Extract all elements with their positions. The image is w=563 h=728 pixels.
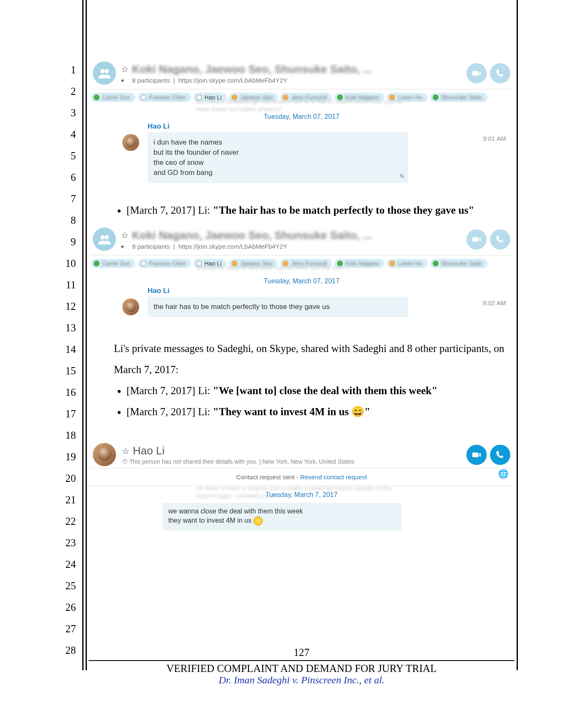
laugh-emoji-icon bbox=[253, 516, 263, 526]
audio-call-button[interactable] bbox=[490, 229, 510, 250]
join-link[interactable]: https://join.skype.com/LbAbMeFb4Y2Y bbox=[178, 243, 287, 250]
participant-pill[interactable]: Carrie Sun bbox=[91, 259, 135, 268]
message-line: they want to invest 4M in us bbox=[168, 516, 396, 526]
message-line: the hair has to be match perfectly to th… bbox=[154, 303, 402, 311]
svg-point-2 bbox=[100, 235, 105, 239]
message-line: and GD from bang bbox=[154, 169, 402, 177]
video-call-button[interactable] bbox=[466, 445, 487, 465]
sender-avatar[interactable] bbox=[122, 298, 139, 315]
chat-title: Koki Nagano, Jaewoo Seo, Shunsuke Saito,… bbox=[132, 229, 372, 242]
audio-call-button[interactable] bbox=[490, 63, 510, 83]
body-text-bullet-1: [March 7, 2017] Li: "The hair has to be … bbox=[89, 196, 515, 225]
favorite-star-icon[interactable]: ☆ bbox=[121, 64, 129, 74]
message-bubble: i dun have the names but its the founder… bbox=[148, 132, 408, 183]
message-time: 9:01 AM bbox=[483, 132, 510, 142]
message-line: i dun have the names bbox=[154, 138, 402, 147]
footer-case-name: Dr. Iman Sadeghi v. Pinscreen Inc., et a… bbox=[89, 674, 515, 686]
date-separator: Tuesday, March 7, 2017 bbox=[89, 486, 515, 501]
line-numbers: 1234 5678 9101112 13141516 17181920 2122… bbox=[63, 59, 76, 661]
contact-request-line: Contact request sent - Resend contact re… bbox=[89, 468, 515, 486]
message-sender: Hao Li bbox=[148, 122, 515, 131]
edited-icon: ✎ bbox=[399, 172, 404, 180]
globe-icon: 🌐 bbox=[498, 469, 509, 479]
svg-point-3 bbox=[105, 235, 109, 239]
participant-pill[interactable]: Carrie Sun bbox=[91, 93, 135, 102]
margin-rule-right bbox=[517, 0, 518, 670]
group-avatar-icon bbox=[93, 62, 116, 85]
footer-title: VERIFIED COMPLAINT AND DEMAND FOR JURY T… bbox=[89, 663, 515, 674]
contact-name: Hao Li bbox=[133, 444, 164, 457]
faded-message: Should be easy to find their names then.… bbox=[196, 264, 407, 271]
participants-count: 8 participants bbox=[132, 77, 170, 84]
participant-pill[interactable]: Frances Chen bbox=[138, 259, 191, 268]
message-line: but its the founder of naver bbox=[154, 148, 402, 157]
participant-pill[interactable]: Shunsuke Saito bbox=[430, 93, 488, 102]
resend-request-link[interactable]: Resend contact request bbox=[300, 473, 367, 481]
participant-pill[interactable]: Shunsuke Saito bbox=[430, 259, 488, 268]
participant-pill[interactable]: Frances Chen bbox=[138, 93, 191, 102]
skype-screenshot-3: ☆ Hao Li ⏱ This person has not shared th… bbox=[89, 441, 515, 530]
skype-screenshot-2: ☆ Koki Nagano, Jaewoo Seo, Shunsuke Sait… bbox=[89, 225, 515, 321]
sender-avatar[interactable] bbox=[122, 134, 139, 151]
message-sender: Hao Li bbox=[148, 287, 515, 295]
message-bubble: we wanna close the deal with them this w… bbox=[162, 503, 402, 530]
contact-details: This person has not shared their details… bbox=[129, 458, 355, 465]
chevron-down-icon[interactable]: ▾ bbox=[121, 243, 126, 250]
message-line: we wanna close the deal with them this w… bbox=[168, 508, 396, 515]
message-time: 9:02 AM bbox=[483, 297, 510, 306]
margin-rule-left-1 bbox=[82, 0, 84, 670]
participants-count: 8 participants bbox=[132, 243, 170, 250]
svg-point-0 bbox=[100, 69, 105, 73]
date-separator: Tuesday, March 07, 2017 bbox=[89, 105, 515, 123]
favorite-star-icon[interactable]: ☆ bbox=[121, 230, 129, 240]
svg-point-1 bbox=[105, 69, 109, 73]
group-avatar-icon bbox=[93, 228, 116, 251]
chat-title: Koki Nagano, Jaewoo Seo, Shunsuke Saito,… bbox=[132, 63, 372, 76]
message-bubble: the hair has to be match perfectly to th… bbox=[148, 297, 408, 317]
date-separator: Tuesday, March 07, 2017 bbox=[89, 271, 515, 287]
contact-avatar[interactable] bbox=[93, 443, 116, 466]
body-paragraph: Li's private messages to Sadeghi, on Sky… bbox=[89, 330, 515, 427]
chevron-down-icon[interactable]: ▾ bbox=[121, 77, 126, 84]
page-footer: 127 VERIFIED COMPLAINT AND DEMAND FOR JU… bbox=[89, 647, 515, 686]
margin-rule-left-2 bbox=[86, 0, 87, 670]
favorite-star-icon[interactable]: ☆ bbox=[122, 446, 129, 456]
join-link[interactable]: https://join.skype.com/LbAbMeFb4Y2Y bbox=[178, 77, 287, 84]
video-call-button[interactable] bbox=[466, 229, 487, 250]
skype-screenshot-1: ☆ Koki Nagano, Jaewoo Seo, Shunsuke Sait… bbox=[89, 59, 515, 187]
message-line: the ceo of snow bbox=[154, 158, 402, 167]
page-number: 127 bbox=[89, 647, 515, 658]
video-call-button[interactable] bbox=[466, 63, 487, 83]
audio-call-button[interactable] bbox=[490, 445, 510, 465]
